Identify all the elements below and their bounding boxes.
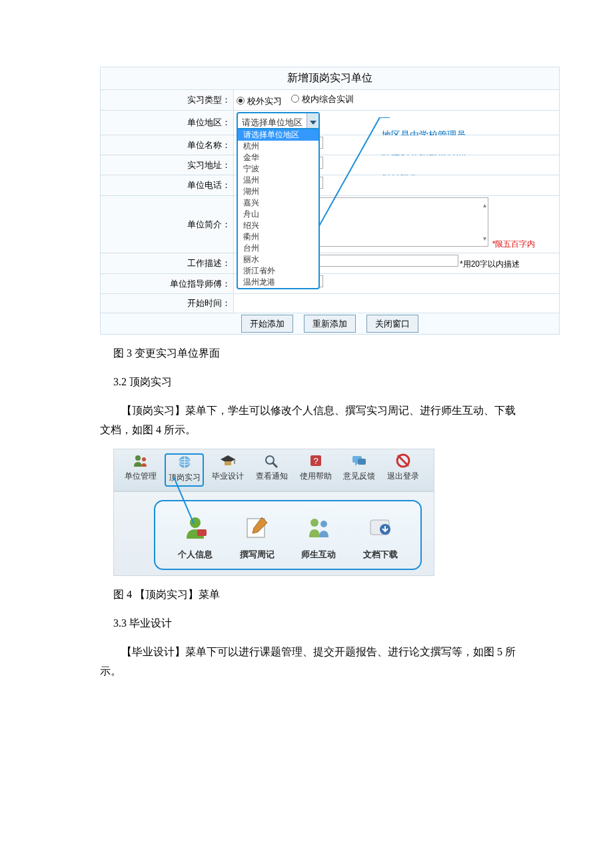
svg-point-23 bbox=[320, 521, 327, 527]
readd-button[interactable]: 重新添加 bbox=[304, 315, 356, 333]
region-option[interactable]: 温州龙港 bbox=[238, 277, 318, 288]
notice-icon bbox=[263, 453, 281, 468]
toolbar-intern[interactable]: 顶岗实习 bbox=[165, 453, 205, 487]
svg-point-22 bbox=[310, 519, 318, 527]
region-option[interactable]: 台州 bbox=[238, 243, 318, 254]
region-option[interactable]: 嘉兴 bbox=[238, 197, 318, 209]
toolbar-notice[interactable]: 查看通知 bbox=[252, 453, 292, 487]
form-figure: 新增顶岗实习单位 实习类型： 校外实习 校内综合实训 单位地区： 请选择单位地区 bbox=[100, 67, 520, 335]
region-option[interactable]: 丽水 bbox=[238, 254, 318, 265]
region-dropdown[interactable]: 请选择单位地区杭州金华宁波温州湖州嘉兴舟山绍兴衢州台州丽水浙江省外温州龙港 bbox=[237, 128, 320, 289]
toolbar-help[interactable]: ?使用帮助 bbox=[296, 453, 336, 487]
label-address: 实习地址： bbox=[101, 155, 234, 175]
region-option[interactable]: 衢州 bbox=[238, 231, 318, 243]
scroll-down-icon: ▾ bbox=[483, 233, 486, 245]
weekly-icon bbox=[243, 515, 271, 540]
figure3-caption: 图 3 变更实习单位界面 bbox=[113, 344, 520, 363]
unit-icon bbox=[132, 453, 149, 468]
svg-rect-15 bbox=[358, 459, 366, 465]
intern-icon bbox=[176, 455, 193, 469]
panel-profile[interactable]: 个人信息 bbox=[167, 515, 223, 562]
feedback-icon bbox=[350, 453, 368, 468]
region-option[interactable]: 宁波 bbox=[238, 163, 318, 175]
panel-download[interactable]: 文档下载 bbox=[352, 515, 408, 562]
help-icon: ? bbox=[307, 453, 324, 468]
radio-dot-icon bbox=[291, 95, 299, 103]
label-phone: 单位电话： bbox=[101, 175, 234, 195]
region-option[interactable]: 温州 bbox=[238, 175, 318, 186]
region-select[interactable]: 请选择单位地区 请选择单位地区杭州金华宁波温州湖州嘉兴舟山绍兴衢州台州丽水浙江省… bbox=[237, 112, 320, 133]
grad-icon bbox=[219, 453, 237, 468]
toolbar-screenshot: 单位管理顶岗实习毕业设计查看通知?使用帮助意见反馈退出登录 bbox=[113, 449, 434, 491]
svg-text:?: ? bbox=[313, 456, 318, 466]
section-3-2: 3.2 顶岗实习 bbox=[113, 373, 520, 392]
add-button[interactable]: 开始添加 bbox=[241, 315, 293, 333]
svg-point-19 bbox=[190, 517, 201, 528]
label-workdesc: 工作描述： bbox=[101, 253, 234, 274]
section-3-3: 3.3 毕业设计 bbox=[113, 614, 520, 633]
toolbar-feedback[interactable]: 意见反馈 bbox=[340, 453, 380, 487]
region-option[interactable]: 杭州 bbox=[238, 141, 318, 152]
panel-weekly[interactable]: 撰写周记 bbox=[229, 515, 285, 562]
svg-rect-20 bbox=[197, 529, 207, 536]
label-intro: 单位简介： bbox=[101, 195, 234, 253]
download-icon bbox=[366, 515, 394, 540]
region-option[interactable]: 金华 bbox=[238, 152, 318, 163]
intro-hint: 限五百字内 bbox=[495, 239, 535, 249]
toolbar-grad[interactable]: 毕业设计 bbox=[208, 453, 248, 487]
internship-form: 新增顶岗实习单位 实习类型： 校外实习 校内综合实训 单位地区： 请选择单位地区 bbox=[100, 67, 560, 335]
scroll-up-icon: ▴ bbox=[483, 199, 486, 211]
radio-in[interactable]: 校内综合实训 bbox=[291, 91, 354, 107]
form-title: 新增顶岗实习单位 bbox=[101, 67, 560, 90]
panel-interact[interactable]: 师生互动 bbox=[291, 515, 346, 562]
label-name: 单位名称： bbox=[101, 135, 234, 155]
radio-dot-icon bbox=[237, 97, 245, 105]
figure4-caption: 图 4 【顶岗实习】菜单 bbox=[113, 585, 520, 605]
interact-icon bbox=[305, 515, 332, 540]
workdesc-hint: *用20字以内描述 bbox=[460, 259, 520, 269]
svg-point-2 bbox=[135, 455, 141, 461]
region-option[interactable]: 绍兴 bbox=[238, 220, 318, 231]
region-option[interactable]: 浙江省外 bbox=[238, 265, 318, 277]
label-region: 单位地区： bbox=[101, 111, 234, 135]
para-3-2: 【顶岗实习】菜单下，学生可以修改个人信息、撰写实习周记、进行师生互动、下载文档，… bbox=[100, 401, 520, 440]
profile-icon bbox=[181, 515, 209, 540]
toolbar-logout[interactable]: 退出登录 bbox=[383, 453, 423, 487]
para-3-3: 【毕业设计】菜单下可以进行课题管理、提交开题报告、进行论文撰写等，如图 5 所示… bbox=[100, 643, 520, 681]
label-type: 实习类型： bbox=[101, 89, 234, 110]
submenu-screenshot: 个人信息撰写周记师生互动文档下载 bbox=[113, 491, 434, 576]
toolbar-unit[interactable]: 单位管理 bbox=[121, 453, 161, 487]
region-option[interactable]: 湖州 bbox=[238, 186, 318, 197]
region-option[interactable]: 舟山 bbox=[238, 209, 318, 220]
label-mentor: 单位指导师傅： bbox=[101, 273, 234, 293]
svg-point-3 bbox=[142, 457, 146, 461]
radio-out[interactable]: 校外实习 bbox=[237, 93, 282, 109]
region-option[interactable]: 请选择单位地区 bbox=[238, 129, 318, 141]
close-button[interactable]: 关闭窗口 bbox=[366, 315, 418, 333]
svg-rect-8 bbox=[225, 461, 231, 465]
svg-line-11 bbox=[273, 463, 277, 467]
label-starttime: 开始时间： bbox=[101, 294, 234, 313]
logout-icon bbox=[394, 453, 412, 468]
